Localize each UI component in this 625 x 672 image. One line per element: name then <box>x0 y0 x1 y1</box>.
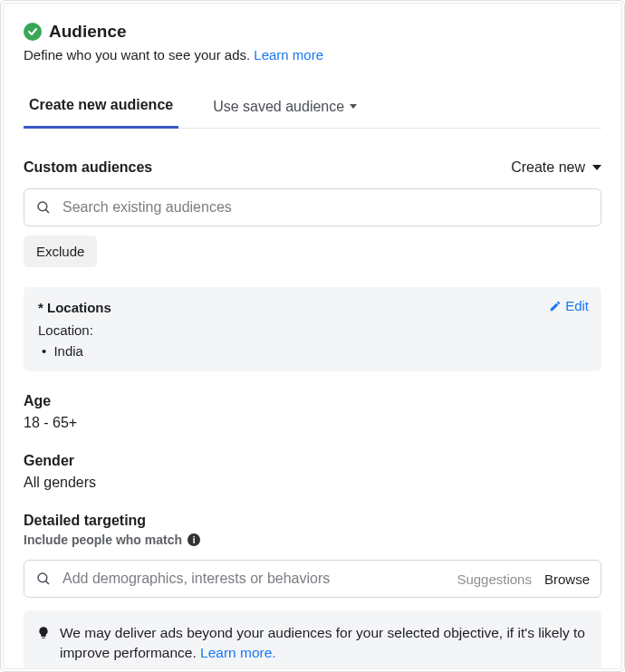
custom-audience-search[interactable] <box>24 188 601 226</box>
locations-label: * Locations <box>38 300 587 315</box>
search-icon <box>35 571 52 587</box>
browse-button[interactable]: Browse <box>544 571 590 587</box>
svg-line-3 <box>46 581 49 584</box>
location-line-label: Location: <box>38 322 587 338</box>
tab-create-new-audience[interactable]: Create new audience <box>24 88 178 129</box>
detailed-targeting-label: Detailed targeting <box>24 513 601 529</box>
svg-point-2 <box>38 573 47 582</box>
info-icon[interactable]: i <box>188 533 200 546</box>
delivery-learn-more-link[interactable]: Learn more. <box>200 645 276 660</box>
gender-value: All genders <box>24 475 601 491</box>
svg-line-1 <box>46 210 49 213</box>
edit-locations-button[interactable]: Edit <box>549 298 589 313</box>
chevron-down-icon <box>350 104 357 109</box>
learn-more-link[interactable]: Learn more <box>254 47 323 62</box>
location-value: India <box>38 343 587 359</box>
suggestions-button[interactable]: Suggestions <box>457 571 532 587</box>
lightbulb-icon <box>36 625 51 664</box>
detailed-targeting-search[interactable]: Suggestions Browse <box>24 560 601 598</box>
custom-audience-search-input[interactable] <box>61 198 590 216</box>
delivery-info-panel: We may deliver ads beyond your audiences… <box>24 610 601 669</box>
locations-panel: * Locations Edit Location: India <box>24 287 601 371</box>
detailed-targeting-input[interactable] <box>61 570 447 588</box>
page-title: Audience <box>49 22 127 42</box>
age-value: 18 - 65+ <box>24 415 601 431</box>
custom-audiences-label: Custom audiences <box>24 159 152 176</box>
search-icon <box>35 199 52 216</box>
detailed-targeting-sublabel: Include people who match i <box>24 533 601 547</box>
gender-label: Gender <box>24 453 601 469</box>
svg-point-0 <box>38 202 47 211</box>
create-new-audience-button[interactable]: Create new <box>511 159 601 176</box>
exclude-button[interactable]: Exclude <box>24 235 97 267</box>
delivery-note-text: We may deliver ads beyond your audiences… <box>60 625 585 660</box>
age-label: Age <box>24 393 601 409</box>
audience-check-icon <box>24 23 42 41</box>
chevron-down-icon <box>592 165 601 170</box>
pencil-icon <box>549 300 562 312</box>
page-subtitle: Define who you want to see your ads. Lea… <box>24 47 601 62</box>
tab-use-saved-audience[interactable]: Use saved audience <box>207 90 362 128</box>
